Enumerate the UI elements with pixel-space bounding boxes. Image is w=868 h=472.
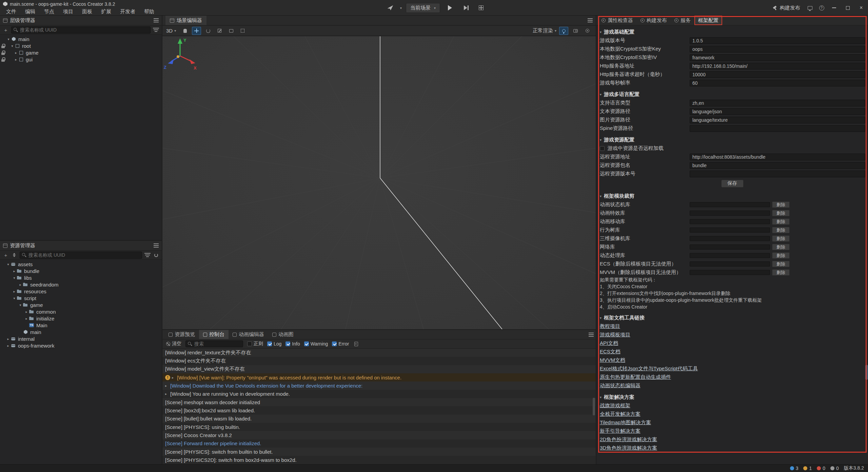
scene-viewport[interactable]: Y X Z bbox=[162, 36, 596, 329]
log-row[interactable]: ! ▸ [Window] You are running Vue in deve… bbox=[162, 390, 596, 398]
tree-node[interactable]: ▾ script bbox=[0, 295, 162, 301]
preview-platform-button[interactable] bbox=[384, 0, 396, 16]
tab-property-inspector[interactable]: 属性检查器 bbox=[598, 16, 637, 25]
doc-link[interactable]: 新手引导解决方案 bbox=[600, 428, 640, 434]
expand-arrow-icon[interactable]: ▸ bbox=[165, 384, 170, 388]
filter-info-toggle[interactable]: Info bbox=[285, 341, 300, 347]
inspector-scrollbar[interactable] bbox=[865, 365, 868, 380]
doc-link[interactable]: 2D角色扮演游戏解决方案 bbox=[600, 436, 657, 443]
add-node-button[interactable]: + bbox=[3, 27, 9, 33]
expand-arrow-icon[interactable]: ▸ bbox=[12, 269, 17, 273]
log-row[interactable]: ! ▸ [Window] ecs文件夹不存在 bbox=[162, 357, 596, 365]
regex-toggle[interactable]: 正则 bbox=[247, 341, 263, 347]
expand-arrow-icon[interactable]: ▸ bbox=[172, 376, 177, 379]
tab-animation-editor[interactable]: 动画编辑器 bbox=[229, 330, 268, 339]
section-solutions[interactable]: ▾ 框架解决方案 bbox=[596, 393, 868, 401]
maximize-button[interactable] bbox=[841, 0, 854, 16]
property-input[interactable] bbox=[690, 80, 865, 86]
tree-node[interactable]: ▸ initialize bbox=[0, 315, 162, 322]
log-row[interactable]: ! ▸ [Window] render_texture文件夹不存在 bbox=[162, 349, 596, 357]
expand-arrow-icon[interactable]: ▸ bbox=[6, 337, 11, 341]
expand-arrow-icon[interactable]: ▸ bbox=[14, 51, 18, 55]
tree-node[interactable]: ▾ main bbox=[0, 36, 162, 42]
hierarchy-filter-button[interactable] bbox=[153, 27, 159, 33]
property-input[interactable] bbox=[690, 154, 865, 160]
move-tool-button[interactable] bbox=[192, 27, 201, 35]
module-delete-button[interactable]: 删除 bbox=[772, 244, 790, 250]
log-row[interactable]: ! ▸ [Window] Download the Vue Devtools e… bbox=[162, 381, 596, 390]
regex-checkbox[interactable] bbox=[247, 341, 252, 346]
tree-node[interactable]: ▾ game bbox=[0, 301, 162, 308]
menu-item[interactable]: 帮助 bbox=[140, 8, 159, 16]
tree-node[interactable]: Main bbox=[0, 322, 162, 329]
log-row[interactable]: ! ▸ [Scene] Forward render pipeline init… bbox=[162, 439, 596, 448]
section-basic-config[interactable]: ▾ 游戏基础配置 bbox=[596, 27, 868, 36]
section-doc-links[interactable]: ▾ 框架文档工具链接 bbox=[596, 313, 868, 322]
filter-error-toggle[interactable]: Error bbox=[332, 341, 349, 347]
module-delete-button[interactable]: 删除 bbox=[772, 210, 790, 216]
hierarchy-menu-icon[interactable] bbox=[154, 20, 159, 21]
tree-node[interactable]: ▸ common bbox=[0, 308, 162, 315]
scene-light-toggle[interactable] bbox=[559, 27, 568, 35]
expand-arrow-icon[interactable]: ▾ bbox=[10, 44, 15, 48]
assets-menu-icon[interactable] bbox=[154, 245, 159, 246]
scale-tool-button[interactable] bbox=[215, 27, 224, 35]
tree-node[interactable]: ▸ internal bbox=[0, 335, 162, 342]
log-row[interactable]: ! ▸ [Window] [Vue warn]: Property "onInp… bbox=[162, 373, 596, 381]
tab-services[interactable]: 服务 bbox=[671, 16, 694, 25]
step-button[interactable] bbox=[460, 0, 471, 16]
info-checkbox[interactable] bbox=[285, 341, 290, 346]
log-row[interactable]: ! ▸ [Scene] [PHYSICS]: switch from built… bbox=[162, 448, 596, 456]
property-input[interactable] bbox=[690, 162, 865, 169]
info-count[interactable]: 3 bbox=[790, 466, 798, 471]
expand-arrow-icon[interactable]: ▸ bbox=[12, 290, 17, 293]
tree-node[interactable]: ▸ gui bbox=[0, 56, 162, 63]
tab-scene-editor[interactable]: 场景编辑器 bbox=[165, 16, 206, 25]
filter-log-toggle[interactable]: Log bbox=[267, 341, 281, 347]
sort-assets-button[interactable] bbox=[11, 252, 17, 258]
tab-console[interactable]: 控制台 bbox=[199, 330, 229, 339]
lock-icon[interactable] bbox=[1, 57, 5, 62]
expand-arrow-icon[interactable]: ▸ bbox=[14, 58, 18, 61]
tree-node[interactable]: ▸ bundle bbox=[0, 268, 162, 274]
expand-arrow-icon[interactable]: ▸ bbox=[165, 392, 170, 396]
property-input[interactable] bbox=[690, 117, 865, 123]
error-count[interactable]: 0 bbox=[817, 466, 825, 471]
layout-grid-button[interactable] bbox=[479, 5, 484, 10]
scene-menu-icon[interactable] bbox=[588, 20, 593, 21]
remote-load-checkbox[interactable] bbox=[600, 146, 605, 151]
expand-arrow-icon[interactable]: ▸ bbox=[24, 317, 29, 320]
save-button[interactable]: 保存 bbox=[721, 180, 744, 188]
property-input[interactable] bbox=[690, 71, 865, 78]
tree-node[interactable]: ▸ seedrandom bbox=[0, 281, 162, 288]
clear-console-button[interactable]: 清空 bbox=[166, 341, 181, 347]
module-delete-button[interactable]: 删除 bbox=[772, 261, 790, 267]
section-i18n-config[interactable]: ▾ 游戏多语言配置 bbox=[596, 90, 868, 99]
menu-item[interactable]: 编辑 bbox=[21, 8, 40, 16]
expand-arrow-icon[interactable]: ▸ bbox=[6, 344, 11, 348]
expand-arrow-icon[interactable]: ▾ bbox=[12, 276, 17, 280]
build-publish-button[interactable]: 构建发布 bbox=[768, 5, 804, 11]
pan-tool-button[interactable] bbox=[180, 27, 190, 35]
property-input[interactable] bbox=[690, 100, 865, 106]
doc-link[interactable]: 动画状态机编辑器 bbox=[600, 382, 640, 389]
filter-warning-toggle[interactable]: Warning bbox=[304, 341, 328, 347]
module-delete-button[interactable]: 删除 bbox=[772, 218, 790, 225]
warning-count[interactable]: 1 bbox=[803, 466, 812, 471]
property-input[interactable] bbox=[690, 125, 865, 132]
menu-item[interactable]: 文件 bbox=[2, 8, 21, 16]
expand-arrow-icon[interactable]: ▸ bbox=[18, 283, 23, 287]
expand-arrow-icon[interactable]: ▾ bbox=[18, 303, 23, 307]
doc-link[interactable]: MVVM文档 bbox=[600, 357, 625, 363]
doc-link[interactable]: 游戏模板项目 bbox=[600, 332, 630, 338]
section-resource-config[interactable]: ▾ 游戏资源配置 bbox=[596, 135, 868, 144]
orientation-gizmo[interactable]: Y X Z bbox=[162, 36, 200, 74]
doc-link[interactable]: 战旗游戏框架 bbox=[600, 402, 630, 409]
module-delete-button[interactable]: 删除 bbox=[772, 227, 790, 233]
doc-link[interactable]: 全栈开发解决方案 bbox=[600, 411, 640, 417]
doc-link[interactable]: 原生包热更新配置自动生成插件 bbox=[600, 374, 671, 380]
doc-link[interactable]: Excel格式转Json文件与TypeScript代码工具 bbox=[600, 366, 698, 372]
snap-tool-button[interactable] bbox=[238, 27, 247, 35]
lock-icon[interactable] bbox=[1, 44, 5, 48]
editor-layout-button[interactable] bbox=[804, 0, 816, 16]
